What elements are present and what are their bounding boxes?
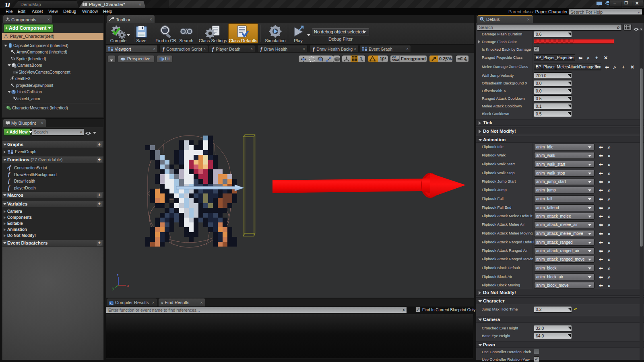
svg-text:z: z xyxy=(117,273,119,277)
svg-text:x: x xyxy=(127,284,129,288)
svg-text:i: i xyxy=(481,17,482,21)
svg-text:y: y xyxy=(112,286,114,290)
